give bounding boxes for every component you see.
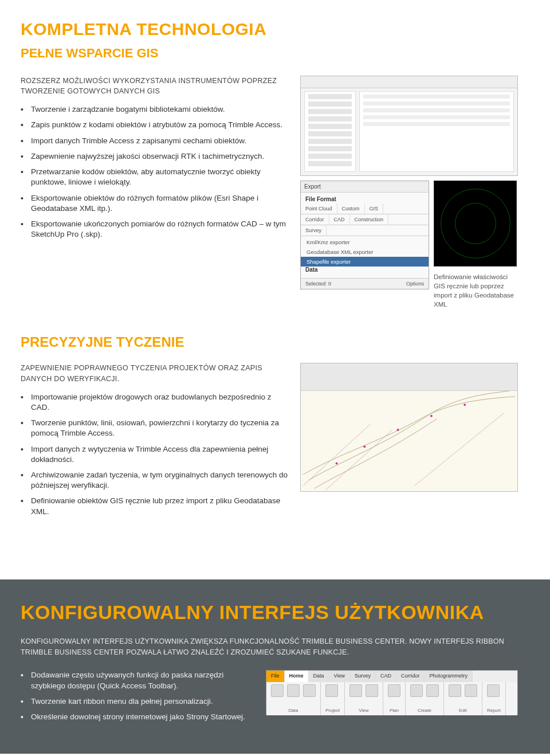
page-title: KOMPLETNA TECHNOLOGIA: [21, 19, 529, 39]
screenshot-radar-view: [434, 181, 517, 267]
svg-line-1: [325, 430, 392, 490]
ribbon-tab: File: [266, 671, 285, 682]
list-item: Zapewnienie najwyższej jakości obserwacj…: [21, 151, 289, 162]
ribbon-group-label: Report: [487, 708, 501, 713]
ribbon-group-label: Project: [325, 708, 340, 713]
export-col: CAD: [329, 214, 350, 225]
ribbon-tab: Home: [285, 671, 309, 682]
list-item: Import danych Trimble Access z zapisanym…: [21, 136, 289, 146]
section-ui-bullets: Dodawanie często używanych funkcji do pa…: [21, 670, 251, 727]
ribbon-tab: Survey: [350, 671, 376, 682]
ribbon-tab: Data: [309, 671, 329, 682]
list-item: Tworzenie i zarządzanie bogatymi bibliot…: [21, 104, 289, 115]
ribbon-group-label: Create: [410, 708, 439, 713]
ribbon-tab: Corridor: [396, 671, 425, 682]
export-col: GIS: [365, 203, 384, 214]
section-ui-title: KONFIGUROWALNY INTERFEJS UŻYTKOWNIKA: [21, 601, 529, 624]
screenshot-feature-manager: [300, 76, 518, 176]
ribbon-group-label: Plan: [388, 708, 400, 713]
section-ui-lead: KONFIGUROWALNY INTERFEJS UŻYTKOWNIKA ZWI…: [21, 636, 529, 658]
ribbon-group-label: View: [349, 708, 378, 713]
list-item: Eksportowanie obiektów do różnych format…: [21, 193, 289, 214]
export-row: Survey: [301, 225, 327, 236]
export-col: Custom: [337, 203, 365, 214]
list-item: Określenie dowolnej strony internetowej …: [21, 712, 251, 722]
section-stakeout-title: PRECYZYJNE TYCZENIE: [21, 334, 529, 350]
screenshot-cad-plan: [300, 363, 518, 492]
section-gis-subtitle: PEŁNE WSPARCIE GIS: [21, 46, 529, 61]
export-panel-title: Export: [301, 181, 429, 193]
figure-caption: Definiowanie właściwości GIS ręcznie lub…: [434, 272, 514, 309]
section-gis-lead: ROZSZERZ MOŻLIWOŚCI WYKORZYSTANIA INSTRU…: [21, 76, 289, 96]
list-item: Import danych z wytyczenia w Trimble Acc…: [21, 444, 289, 465]
export-footer-status: Selected: 0: [305, 281, 331, 287]
svg-point-6: [430, 415, 433, 417]
list-item: Importowanie projektów drogowych oraz bu…: [21, 392, 289, 413]
export-list-item-selected: Shapefile exporter: [301, 257, 429, 267]
screenshot-export-panel: Export File Format Point Cloud Custom GI…: [300, 181, 429, 289]
list-item: Eksportowanie ukończonych pomiarów do ró…: [21, 219, 289, 240]
export-panel-section: File Format: [301, 193, 429, 203]
svg-point-4: [363, 446, 366, 448]
ribbon-group-label: Edit: [449, 708, 477, 713]
svg-point-7: [463, 404, 466, 406]
list-item: Zapis punktów z kodami obiektów i atrybu…: [21, 120, 289, 130]
ribbon-group-label: Data: [271, 708, 316, 713]
export-options-button: Options: [406, 281, 424, 287]
export-data-label: Data: [305, 267, 318, 273]
svg-line-2: [415, 413, 504, 485]
ribbon-tab: CAD: [376, 671, 396, 682]
list-item: Tworzenie kart ribbon menu dla pełnej pe…: [21, 696, 251, 707]
list-item: Tworzenie punktów, linii, osiowań, powie…: [21, 418, 289, 438]
export-row: Corridor: [301, 214, 329, 225]
screenshot-ribbon-ui: File Home Data View Survey CAD Corridor …: [266, 670, 518, 715]
list-item: Dodawanie często używanych funkcji do pa…: [21, 670, 251, 691]
list-item: Archiwizowanie zadań tyczenia, w tym ory…: [21, 470, 289, 491]
list-item: Przetwarzanie kodów obiektów, aby automa…: [21, 167, 289, 187]
export-list-item: Kml/Kmz exporter: [301, 237, 429, 247]
export-list-item: Geodatabase XML exporter: [301, 247, 429, 257]
section-gis-bullets: Tworzenie i zarządzanie bogatymi bibliot…: [21, 104, 289, 240]
svg-point-3: [336, 463, 338, 465]
section-stakeout-bullets: Importowanie projektów drogowych oraz bu…: [21, 392, 289, 517]
export-col: Construction: [350, 214, 389, 225]
ribbon-tab: View: [329, 671, 350, 682]
export-row: Point Cloud: [301, 203, 337, 214]
ribbon-tab: Photogrammetry: [425, 671, 473, 682]
list-item: Definiowanie obiektów GIS ręcznie lub pr…: [21, 496, 289, 516]
section-stakeout-lead: ZAPEWNIENIE POPRAWNEGO TYCZENIA PROJEKTÓ…: [21, 363, 289, 383]
svg-point-5: [397, 429, 399, 431]
